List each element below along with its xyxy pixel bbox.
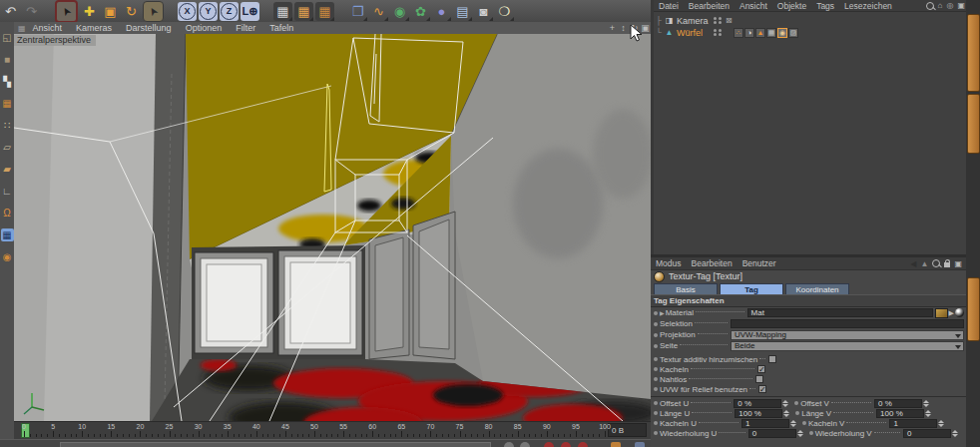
viewport-canvas[interactable]: Zentralperspektive (14, 34, 651, 421)
redo-icon[interactable]: ↷ (22, 2, 41, 21)
anim-dot-icon[interactable] (654, 387, 658, 391)
visibility-dots[interactable] (719, 17, 722, 25)
am-menu-modus[interactable]: Modus (656, 258, 682, 268)
phong-tag-icon[interactable]: ◑ (744, 28, 754, 38)
tab-koordinaten[interactable]: Koordinaten (785, 283, 849, 294)
record-button-partial[interactable] (561, 442, 571, 447)
anim-dot-icon[interactable] (654, 377, 658, 381)
play-button-partial[interactable] (504, 442, 514, 447)
home-icon[interactable]: ⌂ (938, 1, 943, 10)
selection-tool-icon[interactable]: ➤ (143, 1, 164, 22)
uv-field[interactable]: 0 (903, 429, 951, 438)
vp-menu-filter[interactable]: Filter (236, 23, 255, 33)
spinner-icon[interactable] (923, 399, 929, 407)
object-name[interactable]: Würfel (677, 28, 713, 38)
key-button-partial[interactable] (611, 442, 621, 447)
uvw-tag-icon[interactable]: ▦ (766, 28, 776, 38)
eye-icon[interactable]: ◎ (946, 1, 953, 10)
viewport-grid-icon[interactable]: ▦ (18, 24, 26, 33)
expand-arrow-icon[interactable]: ▶ (660, 309, 665, 316)
anim-dot-icon[interactable] (794, 401, 798, 405)
texture-tag-icon[interactable]: ◉ (777, 28, 787, 38)
polygon-object-icon[interactable]: ▲ (664, 28, 675, 37)
uv-field[interactable]: 100 % (876, 409, 924, 418)
object-row-kamera[interactable]: ├◨Kamera⊠ (654, 15, 969, 26)
object-name[interactable]: Kamera (677, 16, 713, 26)
anim-dot-icon[interactable] (654, 333, 658, 337)
sphere-icon[interactable] (955, 308, 964, 317)
checkbox[interactable] (755, 375, 763, 383)
undo-icon[interactable]: ↶ (1, 2, 20, 21)
anim-dot-icon[interactable] (654, 367, 658, 371)
texture-mode-icon[interactable]: ▚ (1, 75, 14, 88)
om-menu-bearbeiten[interactable]: Bearbeiten (689, 1, 730, 11)
move-tool-icon[interactable]: ✚ (80, 2, 99, 21)
vp-menu-tafeln[interactable]: Tafeln (269, 23, 293, 33)
edge-tab-attributes[interactable] (967, 277, 980, 341)
camera-toggle-icon[interactable]: ⊠ (726, 16, 733, 25)
spinner-icon[interactable] (952, 429, 958, 437)
magnet-snap-icon[interactable]: Ω (1, 207, 14, 220)
record-button-partial[interactable] (544, 442, 554, 447)
spinner-icon[interactable] (797, 429, 803, 437)
restriction-tag-icon[interactable]: ▨ (788, 28, 798, 38)
spinner-icon[interactable] (938, 419, 944, 427)
spinner-icon[interactable] (925, 409, 931, 417)
add-environment-icon[interactable]: ▤ (453, 2, 472, 21)
vp-menu-ansicht[interactable]: Ansicht (33, 23, 63, 33)
uv-field[interactable]: 1 (741, 419, 789, 428)
tab-tag[interactable]: Tag (720, 283, 783, 294)
anim-dot-icon[interactable] (654, 401, 658, 405)
uv-field[interactable]: 1 (889, 419, 937, 428)
make-editable-icon[interactable]: ◱ (1, 31, 14, 44)
viewport-camera-label[interactable]: Zentralperspektive (14, 35, 96, 46)
add-deformer-icon[interactable]: ● (432, 2, 451, 21)
checkbox[interactable]: ✓ (757, 365, 765, 373)
uv-field[interactable]: 0 % (874, 399, 922, 408)
lock-x-icon[interactable]: X (178, 2, 197, 21)
om-menu-datei[interactable]: Datei (659, 1, 679, 11)
anim-dot-icon[interactable] (654, 421, 658, 425)
stop-button-partial[interactable] (520, 442, 530, 447)
points-mode-icon[interactable]: ∷ (1, 119, 14, 132)
uv-field[interactable]: 0 (748, 429, 796, 438)
object-axis-mode-icon[interactable]: ∟ (1, 185, 14, 198)
model-mode-icon[interactable]: ■ (1, 53, 14, 66)
compositing-tag-icon[interactable]: ▲ (755, 28, 765, 38)
render-settings-icon[interactable]: ▦ (315, 2, 334, 21)
uv-field[interactable]: 0 % (734, 399, 781, 408)
rotate-tool-icon[interactable]: ↻ (122, 2, 141, 21)
visibility-dots[interactable] (714, 29, 717, 37)
om-menu-lesezeichen[interactable]: Lesezeichen (844, 1, 892, 11)
vp-menu-optionen[interactable]: Optionen (186, 23, 223, 33)
scale-tool-icon[interactable]: ▣ (101, 2, 120, 21)
panel-icon[interactable]: ▣ (957, 1, 965, 10)
edge-tab-structure[interactable] (967, 94, 980, 154)
menu-arrow-icon[interactable]: ▶ (949, 309, 954, 317)
search-icon[interactable] (926, 2, 934, 10)
key-button-partial[interactable] (635, 442, 645, 447)
seite-dropdown[interactable]: Beide (731, 341, 964, 351)
selektion-field[interactable] (731, 319, 964, 328)
am-menu-benutzer[interactable]: Benutzer (742, 258, 776, 268)
anim-dot-icon[interactable] (654, 411, 658, 415)
anim-dot-icon[interactable] (654, 357, 658, 361)
panel-icon[interactable]: ▣ (954, 259, 962, 268)
live-selection-icon[interactable]: ➤ (55, 0, 78, 23)
om-menu-tags[interactable]: Tags (816, 1, 834, 11)
projektion-dropdown[interactable]: UVW-Mapping (731, 330, 964, 340)
visibility-dots[interactable] (719, 29, 722, 37)
am-menu-bearbeiten[interactable]: Bearbeiten (692, 258, 733, 268)
polygons-mode-icon[interactable]: ▰ (1, 163, 14, 176)
spinner-icon[interactable] (790, 419, 796, 427)
zoom-view-icon[interactable]: ↕ (618, 23, 629, 33)
add-spline-icon[interactable]: ∿ (369, 2, 388, 21)
texture-axis-mode-icon[interactable]: ▦ (1, 97, 14, 110)
vp-menu-kameras[interactable]: Kameras (76, 23, 112, 33)
up-icon[interactable]: ▲ (921, 259, 929, 268)
selection-tag-icon[interactable]: ∴ (734, 28, 743, 38)
edit-texture-mode-icon[interactable]: ▦ (1, 228, 14, 241)
anim-dot-icon[interactable] (795, 411, 799, 415)
render-active-icon[interactable]: ▦ (294, 2, 313, 21)
search-icon[interactable] (932, 259, 940, 267)
